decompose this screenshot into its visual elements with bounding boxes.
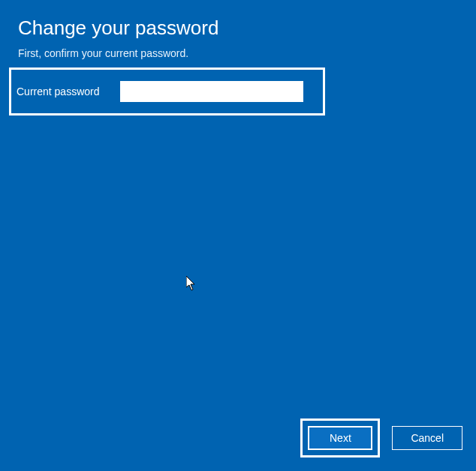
current-password-input[interactable] (120, 81, 303, 102)
button-bar: Next Cancel (300, 418, 462, 458)
header: Change your password First, confirm your… (0, 0, 476, 59)
current-password-label: Current password (17, 86, 120, 98)
highlight-next-button: Next (300, 418, 380, 458)
mouse-cursor-icon (186, 276, 198, 291)
cancel-button[interactable]: Cancel (392, 426, 462, 450)
current-password-row: Current password (17, 81, 303, 102)
next-button[interactable]: Next (308, 426, 372, 450)
page-subtitle: First, confirm your current password. (18, 47, 458, 59)
page-title: Change your password (18, 16, 458, 40)
